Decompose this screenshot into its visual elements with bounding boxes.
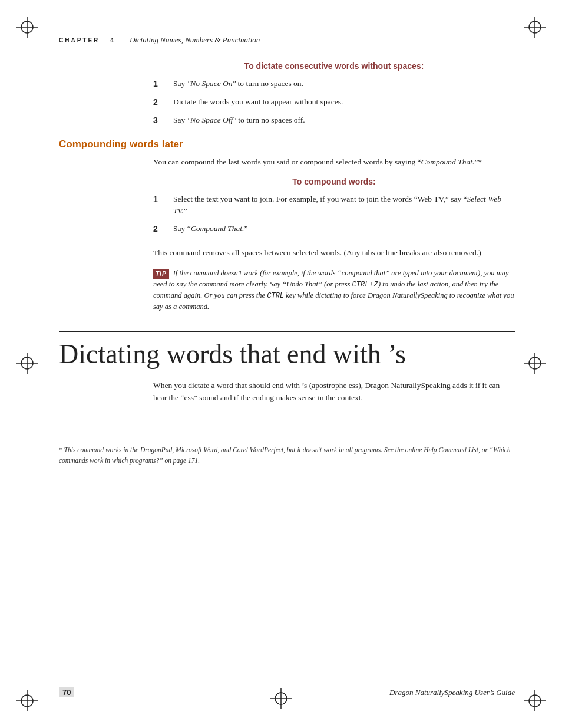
body-para-apostrophe-s: When you dictate a word that should end … — [153, 380, 515, 404]
tip-block: TIP If the command doesn’t work (for exa… — [153, 268, 515, 312]
list-item: 2 Dictate the words you want to appear w… — [153, 96, 515, 108]
numbered-list-1: 1 Say "No Space On" to turn no spaces on… — [153, 78, 515, 127]
chapter-label: CHAPTER — [59, 37, 100, 44]
corner-mark-br — [524, 690, 546, 711]
corner-mark-tl — [16, 17, 38, 38]
big-section-title: Dictating words that end with ’s — [59, 340, 515, 370]
page: CHAPTER 4 Dictating Names, Numbers & Pun… — [0, 0, 562, 728]
chapter-number: 4 — [110, 37, 115, 44]
list-item-text: Select the text you want to join. For ex… — [173, 193, 515, 218]
subsection-heading-2: To compound words: — [153, 177, 515, 186]
list-item: 3 Say "No Space Off" to turn no spaces o… — [153, 114, 515, 127]
list-item: 1 Say "No Space On" to turn no spaces on… — [153, 78, 515, 90]
side-mark-right — [524, 353, 546, 376]
footnote: * This command works in the DragonPad, M… — [59, 440, 515, 466]
tip-text: If the command doesn’t work (for example… — [153, 269, 514, 311]
subsection-heading-1: To dictate consecutive words without spa… — [153, 61, 515, 71]
corner-mark-bl — [16, 690, 38, 711]
footer-page-num: 70 — [59, 687, 74, 697]
list-item-text: Say "No Space On" to turn no spaces on. — [173, 78, 303, 90]
list-num: 1 — [153, 193, 170, 206]
list-num: 1 — [153, 78, 170, 90]
numbered-list-2: 1 Select the text you want to join. For … — [153, 193, 515, 236]
tip-badge: TIP — [153, 269, 169, 279]
list-num: 2 — [153, 223, 170, 235]
section-heading-compounding: Compounding words later — [59, 139, 515, 150]
list-item-text: Dictate the words you want to appear wit… — [173, 96, 343, 108]
list-item: 1 Select the text you want to join. For … — [153, 193, 515, 218]
content: To dictate consecutive words without spa… — [59, 61, 515, 466]
list-item: 2 Say “Compound That.” — [153, 223, 515, 235]
list-item-text: Say "No Space Off" to turn no spaces off… — [173, 114, 305, 126]
page-footer: 70 Dragon NaturallySpeaking User’s Guide — [59, 687, 515, 697]
footer-title: Dragon NaturallySpeaking User’s Guide — [389, 688, 515, 697]
list-num: 2 — [153, 96, 170, 108]
body-para-command-removes: This command removes all spaces between … — [153, 247, 515, 259]
list-item-text: Say “Compound That.” — [173, 223, 247, 235]
body-para-compounding: You can compound the last words you said… — [153, 156, 515, 169]
page-header: CHAPTER 4 Dictating Names, Numbers & Pun… — [59, 35, 515, 45]
big-section-apostrophe-s: Dictating words that end with ’s — [59, 331, 515, 370]
chapter-title-header: Dictating Names, Numbers & Punctuation — [130, 35, 260, 45]
side-mark-left — [16, 353, 38, 376]
corner-mark-tr — [524, 17, 546, 38]
list-num: 3 — [153, 114, 170, 127]
